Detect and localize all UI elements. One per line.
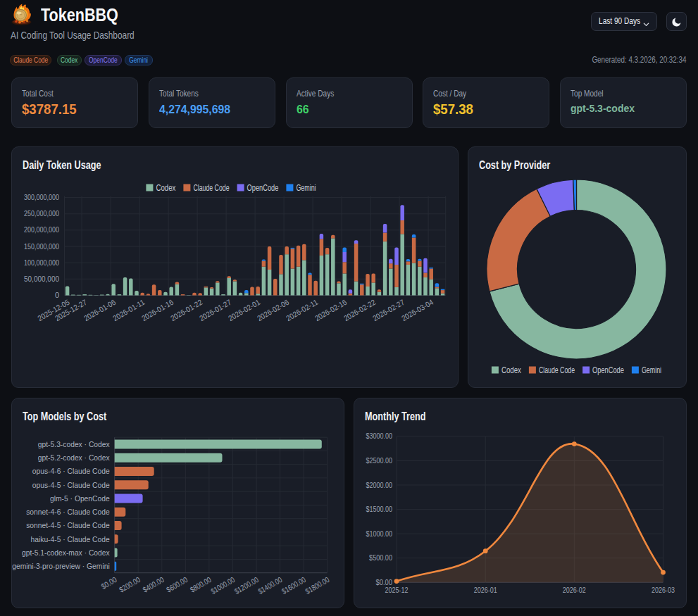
svg-text:2026-01: 2026-01 [474,586,497,594]
svg-text:$800.00: $800.00 [189,575,213,594]
svg-text:$600.00: $600.00 [165,575,189,594]
svg-text:Gemini: Gemini [296,183,316,193]
svg-text:0: 0 [55,291,59,299]
svg-text:sonnet-4-6 · Claude Code: sonnet-4-6 · Claude Code [26,508,110,516]
svg-text:Codex: Codex [501,365,521,375]
svg-text:200,000,000: 200,000,000 [24,225,59,234]
svg-text:2026-01-27: 2026-01-27 [198,298,232,322]
svg-text:2026-02-27: 2026-02-27 [371,298,406,322]
svg-text:250,000,000: 250,000,000 [24,209,59,218]
svg-text:glm-5 · OpenCode: glm-5 · OpenCode [50,495,110,503]
svg-text:50,000,000: 50,000,000 [24,275,59,283]
svg-text:OpenCode: OpenCode [592,365,624,375]
svg-text:2026-02-01: 2026-02-01 [227,298,261,322]
svg-text:$400.00: $400.00 [142,575,166,594]
svg-text:haiku-4-5 · Claude Code: haiku-4-5 · Claude Code [31,536,110,543]
svg-text:2026-01-11: 2026-01-11 [111,298,146,322]
svg-text:$1500.00: $1500.00 [366,505,392,513]
svg-text:$1000.00: $1000.00 [209,575,236,596]
svg-text:$1000.00: $1000.00 [366,529,392,538]
svg-text:150,000,000: 150,000,000 [24,242,59,251]
svg-text:Codex: Codex [156,183,175,193]
svg-text:Claude Code: Claude Code [539,365,575,375]
svg-text:2026-02-16: 2026-02-16 [313,298,348,322]
svg-text:Claude Code: Claude Code [193,183,229,193]
svg-text:Gemini: Gemini [642,365,661,375]
svg-text:$1400.00: $1400.00 [256,575,283,596]
svg-text:$2500.00: $2500.00 [366,456,392,465]
svg-text:$1600.00: $1600.00 [280,575,307,596]
svg-text:gpt-5.1-codex-max · Codex: gpt-5.1-codex-max · Codex [22,549,111,557]
svg-text:$0.00: $0.00 [100,575,118,591]
svg-text:2026-01-22: 2026-01-22 [169,298,204,322]
svg-text:2026-03-04: 2026-03-04 [400,298,435,322]
svg-text:2026-02-22: 2026-02-22 [342,298,377,322]
svg-text:2026-02-11: 2026-02-11 [285,298,319,322]
svg-text:2025-12: 2025-12 [385,586,409,594]
svg-text:gpt-5.3-codex · Codex: gpt-5.3-codex · Codex [38,441,111,448]
svg-text:2026-01-06: 2026-01-06 [82,298,117,322]
svg-text:$1800.00: $1800.00 [304,575,330,596]
svg-text:2026-02-06: 2026-02-06 [256,298,290,322]
svg-text:OpenCode: OpenCode [247,183,279,193]
svg-text:opus-4-5 · Claude Code: opus-4-5 · Claude Code [32,482,110,489]
svg-text:2026-02: 2026-02 [563,586,586,594]
svg-text:$2000.00: $2000.00 [366,481,392,489]
svg-text:$0.00: $0.00 [376,578,393,586]
svg-text:$500.00: $500.00 [369,553,392,562]
svg-text:sonnet-4-5 · Claude Code: sonnet-4-5 · Claude Code [26,522,110,529]
svg-text:300,000,000: 300,000,000 [24,193,59,201]
svg-text:gpt-5.2-codex · Codex: gpt-5.2-codex · Codex [38,454,111,462]
svg-text:$3000.00: $3000.00 [366,432,392,440]
svg-text:2026-03: 2026-03 [652,586,675,594]
svg-text:opus-4-6 · Claude Code: opus-4-6 · Claude Code [32,467,110,475]
svg-text:$1200.00: $1200.00 [233,575,260,596]
svg-text:2026-01-16: 2026-01-16 [140,298,175,322]
svg-text:100,000,000: 100,000,000 [24,258,59,267]
svg-text:$200.00: $200.00 [118,575,142,594]
svg-text:gemini-3-pro-preview · Gemini: gemini-3-pro-preview · Gemini [12,562,109,570]
